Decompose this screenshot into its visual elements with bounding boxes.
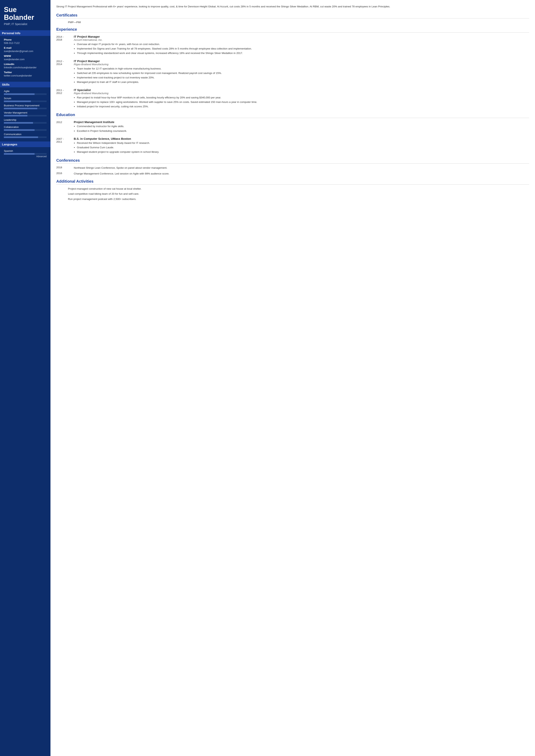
experience-divider	[56, 32, 529, 33]
skill-label: Communication	[4, 133, 46, 136]
experience-section-title: Experience	[56, 27, 529, 32]
additional-section-title: Additional Activities	[56, 179, 529, 183]
personal-info-fields: Phone508-312-7122E-mailsueqbolander@gmai…	[4, 38, 46, 77]
exp-bullet-item: Implemented new cost-tracking project to…	[77, 76, 529, 80]
language-label: Spanish	[4, 150, 46, 153]
conferences-divider	[56, 163, 529, 164]
field-label-e-mail: E-mail	[4, 46, 46, 49]
field-value-twitter: twitter.com/sueqbolander	[4, 74, 46, 77]
conference-date: 2016	[56, 172, 74, 176]
conference-date: 2018	[56, 166, 74, 170]
exp-bullet-item: Managed project to train all IT staff in…	[77, 80, 529, 84]
exp-content: IT Project ManagerAccurit International,…	[74, 35, 529, 56]
summary-text: Strong IT Project Management Professiona…	[56, 5, 529, 9]
additional-item: Run project management podcast with 2,50…	[56, 197, 529, 201]
skill-bar-fill	[4, 115, 27, 117]
edu-date: 2007 - 2011	[56, 137, 74, 155]
exp-bullet-item: Managed project to replace 100+ aging wo…	[77, 100, 529, 104]
exp-job-title: IT Specialist	[74, 88, 529, 92]
edu-bullet-list: Received the Wilson Independent Study Aw…	[74, 141, 529, 154]
education-list: 2012Project Management InstituteCommende…	[56, 120, 529, 154]
edu-date: 2012	[56, 120, 74, 133]
edu-content: Project Management InstituteCommended by…	[74, 120, 529, 133]
skills-section-title: Skills	[0, 82, 50, 87]
certificates-list: PMP—PMI	[56, 21, 529, 24]
exp-bullet-list: Team leader for 12 IT specialists in hig…	[74, 67, 529, 84]
edu-bullet-item: Graduated Summa Cum Laude.	[77, 146, 529, 150]
language-level: Advanced	[4, 155, 46, 158]
field-value-linkedin: linkedin.com/in/sueqbolander	[4, 66, 46, 69]
language-bar-bg	[4, 153, 46, 155]
personal-info-section: Personal Info	[0, 30, 50, 36]
edu-bullet-item: Managed student project to upgrade compu…	[77, 150, 529, 154]
skill-bar-bg	[4, 93, 46, 95]
conference-row: 2018Northeast Shingo Lean Conference, Sp…	[56, 166, 529, 170]
edu-bullet-item: Commended by instructor for Agile skills…	[77, 125, 529, 128]
education-section-title: Education	[56, 113, 529, 117]
additional-item: Lead competitive road biking team of 20 …	[56, 192, 529, 196]
skill-bar-fill	[4, 136, 38, 138]
skill-bar-fill	[4, 129, 35, 131]
exp-company: Accurit International, Inc.	[74, 39, 529, 42]
education-row: 2012Project Management InstituteCommende…	[56, 120, 529, 133]
field-value-phone: 508-312-7122	[4, 42, 46, 44]
exp-bullet-item: Ran project to install hour-by-hour WIP …	[77, 96, 529, 99]
edu-bullet-list: Commended by instructor for Agile skills…	[74, 125, 529, 133]
exp-bullet-item: Initiated project for improved security,…	[77, 105, 529, 108]
exp-date: 2012 - 2014	[56, 59, 74, 85]
exp-date: 2011 - 2012	[56, 88, 74, 109]
skill-label: Leadership	[4, 118, 46, 121]
skill-label: Collaboration	[4, 126, 46, 128]
conferences-list: 2018Northeast Shingo Lean Conference, Sp…	[56, 166, 529, 176]
exp-bullet-item: Implemented Six Sigma and Lean Training …	[77, 47, 529, 51]
field-label-www: WWW	[4, 55, 46, 57]
skill-label: Business Process Improvement	[4, 104, 46, 107]
experience-row: 2014 - 2018IT Project ManagerAccurit Int…	[56, 35, 529, 56]
certificate-item: PMP—PMI	[56, 21, 529, 24]
certificates-divider	[56, 18, 529, 18]
skill-bar-bg	[4, 100, 46, 102]
exp-company: Rigas-Bratland Manufacturing	[74, 92, 529, 95]
language-bar-fill	[4, 153, 35, 155]
skill-bar-bg	[4, 129, 46, 131]
main-content: Strong IT Project Management Professiona…	[50, 0, 535, 756]
exp-bullet-item: Oversaw all major IT projects for 4+ yea…	[77, 42, 529, 46]
experience-row: 2011 - 2012IT SpecialistRigas-Bratland M…	[56, 88, 529, 109]
exp-bullet-item: Team leader for 12 IT specialists in hig…	[77, 67, 529, 70]
certificates-section-title: Certificates	[56, 13, 529, 17]
edu-bullet-item: Received the Wilson Independent Study Aw…	[77, 141, 529, 145]
skill-bar-bg	[4, 122, 46, 124]
edu-school-title: Project Management Institute	[74, 120, 529, 124]
skill-bar-fill	[4, 100, 31, 102]
additional-list: Project-managed construction of new cat …	[56, 187, 529, 201]
exp-content: IT SpecialistRigas-Bratland Manufacturin…	[74, 88, 529, 109]
skill-bar-fill	[4, 93, 35, 95]
field-label-phone: Phone	[4, 38, 46, 41]
field-label-linkedin: LinkedIn	[4, 63, 46, 66]
skill-bar-bg	[4, 136, 46, 138]
exp-bullet-list: Ran project to install hour-by-hour WIP …	[74, 96, 529, 109]
skill-label: Scrum	[4, 97, 46, 100]
skill-bar-bg	[4, 115, 46, 117]
field-value-e-mail: sueqbolander@gmail.com	[4, 50, 46, 53]
experience-row: 2012 - 2014IT Project ManagerRigas-Bratl…	[56, 59, 529, 85]
candidate-name: Sue Bolander	[4, 6, 46, 21]
exp-content: IT Project ManagerRigas-Bratland Manufac…	[74, 59, 529, 85]
languages-section: Languages SpanishAdvanced	[4, 142, 46, 158]
skill-bar-bg	[4, 108, 46, 109]
experience-list: 2014 - 2018IT Project ManagerAccurit Int…	[56, 35, 529, 109]
candidate-title: PMP, IT Specialist	[4, 22, 46, 26]
edu-content: B.S. in Computer Science, UMass BostonRe…	[74, 137, 529, 155]
exp-bullet-item: Switched all 235 employees to new schedu…	[77, 71, 529, 75]
exp-bullet-item: Through implementing standardized work a…	[77, 51, 529, 55]
additional-item: Project-managed construction of new cat …	[56, 187, 529, 191]
skill-bar-fill	[4, 122, 33, 124]
edu-bullet-item: Excelled in Project Scheduling coursewor…	[77, 129, 529, 133]
exp-company: Rigas-Bratland Manufacturing	[74, 63, 529, 66]
conference-row: 2016Change Management Conference, Led se…	[56, 172, 529, 176]
sidebar: Sue Bolander PMP, IT Specialist Personal…	[0, 0, 50, 756]
conferences-section-title: Conferences	[56, 158, 529, 163]
skill-bar-fill	[4, 108, 37, 109]
conference-text: Northeast Shingo Lean Conference, Spoke …	[74, 166, 529, 170]
field-label-twitter: Twitter	[4, 71, 46, 74]
